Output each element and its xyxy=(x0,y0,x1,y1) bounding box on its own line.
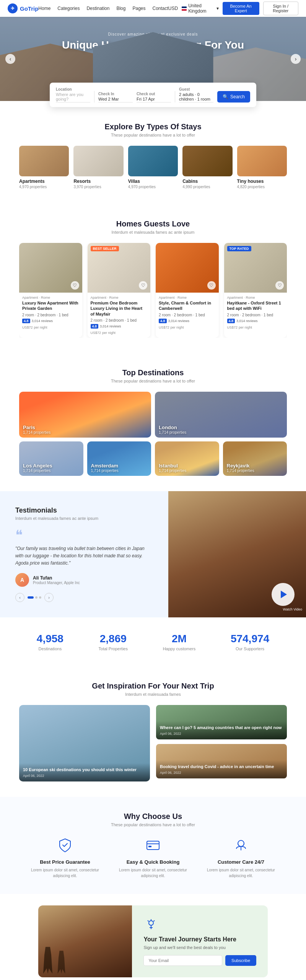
svg-rect-0 xyxy=(147,841,159,850)
dest-paris[interactable]: Paris 1,714 properties xyxy=(19,392,151,438)
newsletter-hikers-container xyxy=(38,905,132,977)
dest-istanbul[interactable]: Istanbul 1,714 properties xyxy=(155,441,219,476)
newsletter-subscribe-button[interactable]: Subscribe xyxy=(225,955,256,966)
type-card-apartment[interactable]: Apartments 4,970 properties xyxy=(19,146,69,189)
home-favorite-icon-3[interactable]: ♡ xyxy=(207,281,216,290)
signin-button[interactable]: Sign In / Register xyxy=(263,2,298,15)
nav-contact[interactable]: Contact xyxy=(153,6,168,11)
blog-section: Get Inspiration For Your Next Trip Inter… xyxy=(0,666,306,797)
become-expert-button[interactable]: Become An Expert xyxy=(223,2,259,15)
dot-1[interactable] xyxy=(28,596,34,599)
author-name: Ali Tufan xyxy=(33,575,80,581)
home-name-1: Luxury New Apartment With Private Garden xyxy=(22,300,79,311)
blog-side-date-1: April 06, 2022 xyxy=(160,732,283,736)
why-name-support: Customer Care 24/7 xyxy=(203,859,279,865)
destinations-section: Top Destinations These popular destinati… xyxy=(0,353,306,491)
type-count-resort: 3,970 properties xyxy=(73,185,123,189)
why-name-booking: Easy & Quick Booking xyxy=(115,859,191,865)
home-favorite-icon-2[interactable]: ♡ xyxy=(139,281,147,290)
type-count-tiny: 4,820 properties xyxy=(237,185,287,189)
nav-categories[interactable]: Categories xyxy=(57,6,80,11)
nav-home[interactable]: Home xyxy=(38,6,50,11)
stat-number-supporters: 574,974 xyxy=(231,633,269,645)
type-name-villa: Villas xyxy=(128,179,178,184)
play-icon xyxy=(281,591,287,598)
search-icon: 🔍 xyxy=(223,94,228,99)
testimonial-prev-button[interactable]: ‹ xyxy=(15,593,24,602)
home-price-3: US$72 per night xyxy=(159,325,216,329)
newsletter-icon xyxy=(143,917,159,932)
hero-next-button[interactable]: › xyxy=(291,54,301,64)
blog-main-post[interactable]: 10 European ski destinations you should … xyxy=(19,705,150,781)
home-card-2[interactable]: BEST SELLER ♡ Apartment · Rome Premium O… xyxy=(88,243,151,338)
dest-london[interactable]: London 1,714 properties xyxy=(155,392,287,438)
stat-properties: 2,869 Total Properties xyxy=(99,633,128,651)
type-card-cabin[interactable]: Cabins 4,990 properties xyxy=(182,146,232,189)
search-btn-label: Search xyxy=(230,94,245,99)
checkout-value[interactable]: Fri 17 Apr xyxy=(137,97,171,103)
stat-label-destinations: Destinations xyxy=(37,646,63,651)
home-beds-4: 2 room · 2 bedroom · 1 bed xyxy=(227,313,284,317)
home-card-1[interactable]: ♡ Apartment · Rome Luxury New Apartment … xyxy=(19,243,82,338)
home-location-2: Apartment · Rome xyxy=(91,296,148,300)
rating-text-3: 3,014 reviews xyxy=(168,319,190,323)
currency-selector[interactable]: USD xyxy=(168,6,178,11)
type-card-villa[interactable]: Villas 4,970 properties xyxy=(128,146,178,189)
newsletter-email-input[interactable] xyxy=(143,955,222,966)
home-card-3[interactable]: ♡ Apartment · Rome Style, Charm & Comfor… xyxy=(156,243,219,338)
home-info-1: Apartment · Rome Luxury New Apartment Wi… xyxy=(19,293,82,332)
guest-field[interactable]: Guest 2 adults · 0 children · 1 room xyxy=(179,87,213,103)
stat-label-properties: Total Properties xyxy=(99,646,128,651)
type-card-resort[interactable]: Resorts 3,970 properties xyxy=(73,146,123,189)
navbar: ✈ GoTrip Home Categories Destination Blo… xyxy=(0,0,306,17)
dest-amsterdam[interactable]: Amsterdam 1,714 properties xyxy=(87,441,151,476)
guest-value[interactable]: 2 adults · 0 children · 1 room xyxy=(179,92,213,103)
search-divider-2 xyxy=(175,91,175,103)
search-button[interactable]: 🔍 Search xyxy=(217,91,250,103)
dest-small-row: Los Angeles 1,714 properties Amsterdam 1… xyxy=(19,441,287,476)
location-field[interactable]: Location Where are you going? xyxy=(56,87,90,103)
home-favorite-icon-4[interactable]: ♡ xyxy=(275,281,284,290)
country-selector[interactable]: United Kingdom ▾ xyxy=(182,3,218,14)
home-img-1: ♡ xyxy=(19,243,82,293)
checkin-field[interactable]: Check In Wed 2 Mar xyxy=(98,92,133,103)
blog-side-overlay-2: Booking travel during Covid - advice in … xyxy=(156,760,287,778)
testimonial-next-button[interactable]: › xyxy=(44,593,54,602)
dot-2[interactable] xyxy=(35,596,37,599)
stat-label-customers: Happy customers xyxy=(163,646,196,651)
dest-reykjavik[interactable]: Reykjavik 1,714 properties xyxy=(223,441,287,476)
location-value[interactable]: Where are you going? xyxy=(56,92,90,103)
country-label: United Kingdom xyxy=(188,3,215,14)
nav-pages[interactable]: Pages xyxy=(132,6,145,11)
dest-la[interactable]: Los Angeles 1,714 properties xyxy=(19,441,83,476)
blog-side-post-1[interactable]: Where can I go? 5 amazing countries that… xyxy=(156,705,287,739)
shield-icon xyxy=(55,835,75,855)
blog-main-overlay: 10 European ski destinations you should … xyxy=(19,763,150,781)
stat-number-destinations: 4,958 xyxy=(37,633,63,645)
blog-sub: Interdum et malesuada fames xyxy=(19,692,287,697)
logo[interactable]: ✈ GoTrip xyxy=(8,3,38,13)
nav-destination[interactable]: Destination xyxy=(86,6,109,11)
home-favorite-icon-1[interactable]: ♡ xyxy=(71,281,79,290)
home-price-1: US$72 per night xyxy=(22,325,79,329)
nav-blog[interactable]: Blog xyxy=(116,6,125,11)
home-badge-2: BEST SELLER xyxy=(91,246,119,251)
testimonial-dots xyxy=(28,596,41,599)
type-card-tiny[interactable]: Tiny houses 4,820 properties xyxy=(237,146,287,189)
type-name-apartment: Apartments xyxy=(19,179,69,184)
blog-side-overlay-1: Where can I go? 5 amazing countries that… xyxy=(156,721,287,739)
author-details: Ali Tufan Product Manager, Apple Inc xyxy=(33,575,80,585)
blog-side-post-2[interactable]: Booking travel during Covid - advice in … xyxy=(156,744,287,778)
checkin-value[interactable]: Wed 2 Mar xyxy=(98,97,133,103)
hiker-figure-2 xyxy=(57,951,66,973)
newsletter-wrapper: Your Travel Journey Starts Here Sign up … xyxy=(0,894,306,980)
checkout-field[interactable]: Check out Fri 17 Apr xyxy=(137,92,171,103)
dest-label-reykjavik: Reykjavik 1,714 properties xyxy=(227,463,254,473)
dot-3[interactable] xyxy=(39,596,41,599)
home-card-4[interactable]: TOP RATED ♡ Apartment · Rome Hayitkane -… xyxy=(224,243,287,338)
explore-title: Explore By Types Of Stays xyxy=(19,122,287,131)
hero-prev-button[interactable]: ‹ xyxy=(5,54,15,64)
chevron-down-icon: ▾ xyxy=(216,6,219,11)
stat-number-customers: 2M xyxy=(163,633,196,645)
testimonials-section: Testimonials Interdum et malesuada fames… xyxy=(0,491,306,618)
